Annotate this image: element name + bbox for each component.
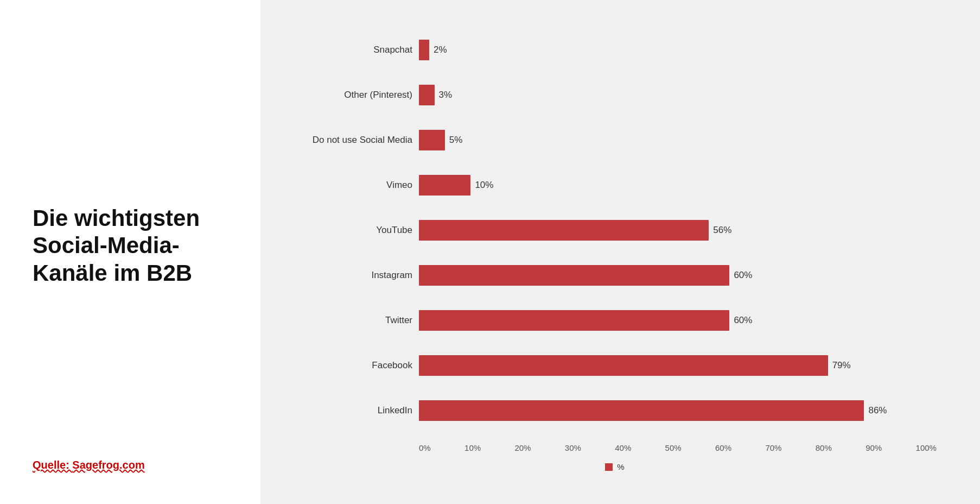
legend-label: % bbox=[617, 462, 624, 471]
legend-swatch bbox=[605, 463, 613, 471]
bar-label: Twitter bbox=[293, 315, 412, 326]
x-tick: 0% bbox=[419, 443, 431, 452]
bar-fill bbox=[419, 310, 729, 331]
chart-title: Die wichtigsten Social-Media-Kanäle im B… bbox=[33, 205, 239, 287]
bar-value: 86% bbox=[868, 405, 887, 416]
bar-fill bbox=[419, 265, 729, 286]
bar-row: Snapchat2% bbox=[293, 40, 937, 60]
bar-row: LinkedIn86% bbox=[293, 400, 937, 421]
bar-fill bbox=[419, 175, 470, 196]
bar-fill bbox=[419, 40, 429, 60]
left-panel: Die wichtigsten Social-Media-Kanäle im B… bbox=[0, 0, 260, 504]
bars-container: Snapchat2%Other (Pinterest)3%Do not use … bbox=[293, 27, 937, 439]
bar-value: 10% bbox=[475, 180, 493, 191]
bar-track: 2% bbox=[419, 40, 937, 60]
x-tick: 90% bbox=[866, 443, 882, 452]
bar-row: Twitter60% bbox=[293, 310, 937, 331]
bar-track: 5% bbox=[419, 130, 937, 150]
legend: % bbox=[293, 462, 937, 471]
bar-row: Instagram60% bbox=[293, 265, 937, 286]
bar-fill bbox=[419, 220, 709, 241]
bar-row: Do not use Social Media5% bbox=[293, 130, 937, 150]
x-tick: 40% bbox=[615, 443, 631, 452]
bar-label: Do not use Social Media bbox=[293, 135, 412, 146]
bar-row: Vimeo10% bbox=[293, 175, 937, 196]
right-panel: Snapchat2%Other (Pinterest)3%Do not use … bbox=[260, 0, 980, 504]
chart-area: Snapchat2%Other (Pinterest)3%Do not use … bbox=[293, 27, 937, 471]
bar-label: YouTube bbox=[293, 225, 412, 236]
bar-value: 5% bbox=[449, 135, 463, 146]
x-tick: 70% bbox=[765, 443, 781, 452]
bar-value: 3% bbox=[439, 90, 453, 100]
bar-track: 86% bbox=[419, 400, 937, 421]
x-tick: 30% bbox=[565, 443, 581, 452]
source-prefix: Quelle: bbox=[33, 459, 72, 471]
bar-fill bbox=[419, 400, 864, 421]
bar-fill bbox=[419, 130, 445, 150]
bar-value: 56% bbox=[713, 225, 731, 236]
bar-row: Facebook79% bbox=[293, 355, 937, 376]
x-tick: 60% bbox=[715, 443, 731, 452]
bar-value: 60% bbox=[734, 270, 752, 281]
bar-track: 3% bbox=[419, 85, 937, 105]
source-text: Quelle: Sagefrog.com bbox=[33, 459, 239, 471]
x-tick: 10% bbox=[464, 443, 481, 452]
x-tick: 20% bbox=[514, 443, 531, 452]
bar-value: 79% bbox=[832, 360, 851, 371]
bar-label: Facebook bbox=[293, 360, 412, 371]
x-axis-labels: 0%10%20%30%40%50%60%70%80%90%100% bbox=[419, 443, 937, 452]
x-tick: 80% bbox=[816, 443, 832, 452]
x-tick: 50% bbox=[665, 443, 682, 452]
bar-track: 60% bbox=[419, 265, 937, 286]
x-tick: 100% bbox=[916, 443, 937, 452]
source-link: Sagefrog.com bbox=[72, 459, 144, 471]
bar-track: 79% bbox=[419, 355, 937, 376]
bar-value: 2% bbox=[434, 45, 447, 55]
bar-row: Other (Pinterest)3% bbox=[293, 85, 937, 105]
bar-value: 60% bbox=[734, 315, 752, 326]
bar-fill bbox=[419, 355, 828, 376]
bar-fill bbox=[419, 85, 435, 105]
bar-label: Snapchat bbox=[293, 45, 412, 55]
bar-label: LinkedIn bbox=[293, 405, 412, 416]
bar-row: YouTube56% bbox=[293, 220, 937, 241]
bar-track: 56% bbox=[419, 220, 937, 241]
x-axis: 0%10%20%30%40%50%60%70%80%90%100% bbox=[419, 443, 937, 452]
bar-label: Instagram bbox=[293, 270, 412, 281]
bar-track: 10% bbox=[419, 175, 937, 196]
bar-track: 60% bbox=[419, 310, 937, 331]
bar-label: Vimeo bbox=[293, 180, 412, 191]
bar-label: Other (Pinterest) bbox=[293, 90, 412, 100]
